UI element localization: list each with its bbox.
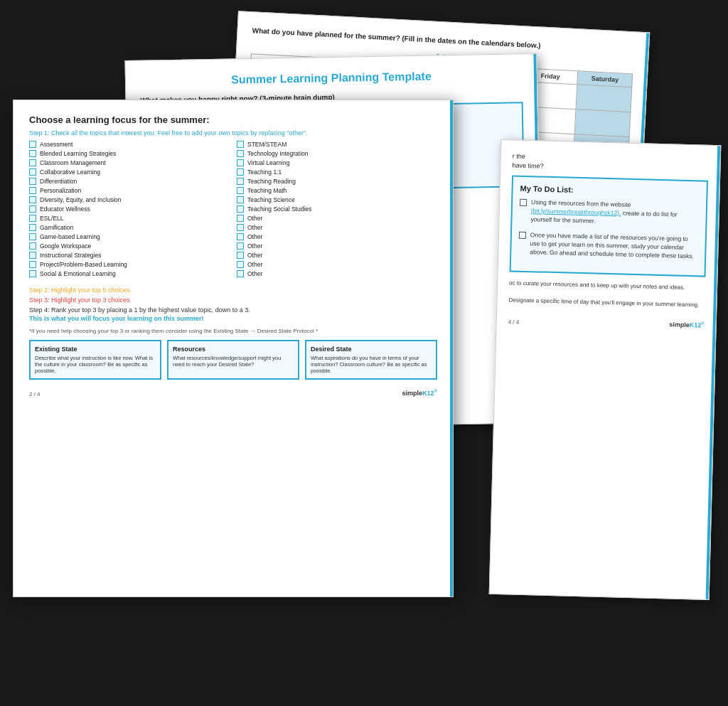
resources-box: Resources What resources/knowledge/suppo… [167, 340, 299, 380]
checkbox-icon[interactable] [29, 150, 36, 157]
step4b-label: This is what you will focus your learnin… [29, 315, 437, 322]
bottom-text-1: oc to curate your resources and to keep … [509, 279, 705, 292]
checkbox-icon[interactable] [29, 224, 36, 231]
todo-box: My To Do List: Using the resources from … [510, 176, 708, 277]
checkbox-icon[interactable] [237, 242, 244, 250]
topic-gamification[interactable]: Gamification [29, 224, 230, 231]
topic-social-studies[interactable]: Teaching Social Studies [237, 205, 437, 213]
checkbox-icon[interactable] [237, 141, 244, 148]
todo-title: My To Do List: [520, 184, 699, 198]
topic-label: Assessment [40, 141, 73, 148]
topic-stem[interactable]: STEM/STEAM [237, 141, 437, 148]
todo-item-text-1: Using the resources from the website (bi… [530, 198, 699, 228]
todo-checkbox-1[interactable] [520, 199, 527, 206]
topic-educator-wellness[interactable]: Educator Wellness [29, 205, 230, 213]
page-right: r thehave time? My To Do List: Using the… [489, 139, 722, 600]
topic-diversity[interactable]: Diversity, Equity, and Inclusion [29, 196, 230, 203]
checkbox-icon[interactable] [29, 187, 36, 194]
topic-game-based[interactable]: Game-based Learning [29, 233, 230, 240]
topic-label: Teaching Science [247, 196, 295, 203]
existing-state-title: Existing State [35, 346, 156, 353]
checkbox-icon[interactable] [29, 169, 36, 176]
topic-tech[interactable]: Technology Integration [237, 150, 437, 157]
checkbox-icon[interactable] [237, 187, 244, 194]
topic-google[interactable]: Google Workspace [29, 242, 230, 250]
checkbox-icon[interactable] [29, 178, 36, 185]
topic-math[interactable]: Teaching Math [237, 187, 437, 194]
topic-label: Blended Learning Strategies [40, 150, 116, 157]
checkbox-icon[interactable] [237, 205, 244, 213]
todo-item-2: Once you have made a list of the resourc… [518, 231, 698, 261]
topic-collaborative[interactable]: Collaborative Learning [29, 169, 230, 176]
topic-instructional[interactable]: Instructional Strategies [29, 252, 230, 259]
topic-other-1[interactable]: Other [237, 215, 437, 222]
checkbox-icon[interactable] [29, 270, 36, 277]
todo-link[interactable]: (bit.ly/summerbreakthroughsk12), [531, 207, 621, 216]
checkbox-icon[interactable] [29, 215, 36, 222]
topic-label: Teaching 1:1 [247, 169, 282, 176]
topic-label: Educator Wellness [40, 205, 90, 213]
topic-differentiation[interactable]: Differentiation [29, 178, 230, 185]
topic-label: Other [247, 215, 262, 222]
topic-label: Teaching Reading [247, 178, 296, 185]
topic-reading[interactable]: Teaching Reading [237, 178, 437, 185]
checkbox-icon[interactable] [29, 141, 36, 148]
logo-tm-r: ® [701, 321, 705, 325]
checkbox-icon[interactable] [29, 159, 36, 166]
step2-label: Step 2: Highlight your top 5 choices. [29, 287, 437, 294]
topic-other-7[interactable]: Other [237, 270, 437, 277]
topic-other-6[interactable]: Other [237, 261, 437, 268]
checkbox-icon[interactable] [237, 215, 244, 222]
resources-desc: What resources/knowledge/support might y… [173, 355, 294, 368]
topic-label: Project/Problem-Based Learning [40, 261, 127, 268]
checkbox-icon[interactable] [29, 233, 36, 240]
topic-label: Personalization [40, 187, 81, 194]
states-container: Existing State Describe what your instru… [29, 340, 437, 380]
step3-label: Step 3: Highlight your top 3 choices. [29, 296, 437, 304]
checkbox-icon[interactable] [237, 178, 244, 185]
topic-esl[interactable]: ESL/ELL [29, 215, 230, 222]
todo-checkbox-2[interactable] [519, 232, 526, 239]
topic-label: Gamification [40, 224, 73, 231]
topic-classroom-mgmt[interactable]: Classroom Management [29, 159, 230, 166]
checkbox-icon[interactable] [237, 261, 244, 268]
checkbox-icon[interactable] [29, 252, 36, 259]
logo-k12: K12 [422, 390, 434, 397]
step1-label: Step 1: Check all the topics that intere… [29, 129, 437, 137]
partial-text-1: r thehave time? [512, 151, 709, 174]
checkbox-icon[interactable] [237, 150, 244, 157]
topic-label: Teaching Math [247, 187, 287, 194]
topic-blended[interactable]: Blended Learning Strategies [29, 150, 230, 157]
topic-virtual[interactable]: Virtual Learning [237, 159, 437, 166]
topic-label: Other [247, 261, 262, 268]
topic-teaching11[interactable]: Teaching 1:1 [237, 169, 437, 176]
topic-label: Differentiation [40, 178, 77, 185]
topic-label: Diversity, Equity, and Inclusion [40, 196, 121, 203]
checkbox-icon[interactable] [29, 242, 36, 250]
checkbox-icon[interactable] [237, 224, 244, 231]
topics-col-right: STEM/STEAM Technology Integration Virtua… [237, 141, 437, 279]
topic-other-4[interactable]: Other [237, 242, 437, 250]
topic-personalization[interactable]: Personalization [29, 187, 230, 194]
checkbox-icon[interactable] [237, 233, 244, 240]
topic-label: Game-based Learning [40, 233, 100, 240]
topic-label: Teaching Social Studies [247, 205, 311, 213]
topic-science[interactable]: Teaching Science [237, 196, 437, 203]
topic-other-2[interactable]: Other [237, 224, 437, 231]
topic-other-3[interactable]: Other [237, 233, 437, 240]
checkbox-icon[interactable] [237, 270, 244, 277]
checkbox-icon[interactable] [237, 196, 244, 203]
existing-state-desc: Describe what your instruction is like n… [35, 355, 156, 374]
topic-project[interactable]: Project/Problem-Based Learning [29, 261, 230, 268]
checkbox-icon[interactable] [29, 196, 36, 203]
checkbox-icon[interactable] [237, 169, 244, 176]
right-page-number: 4 / 4 [508, 319, 520, 325]
topic-label: Other [247, 224, 262, 231]
checkbox-icon[interactable] [237, 159, 244, 166]
checkbox-icon[interactable] [237, 252, 244, 259]
checkbox-icon[interactable] [29, 261, 36, 268]
topic-other-5[interactable]: Other [237, 252, 437, 259]
checkbox-icon[interactable] [29, 205, 36, 213]
topic-assessment[interactable]: Assessment [29, 141, 230, 148]
topic-sel[interactable]: Social & Emotional Learning [29, 270, 230, 277]
